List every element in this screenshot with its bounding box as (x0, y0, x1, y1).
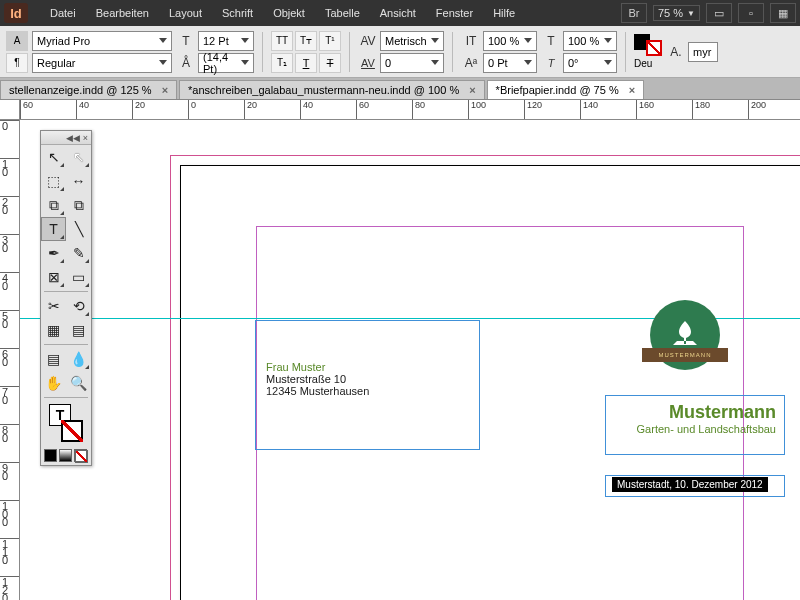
skew-icon: T (541, 53, 561, 73)
tools-panel-header[interactable]: ◀◀ × (41, 131, 91, 145)
line-tool[interactable]: ╲ (66, 217, 91, 241)
font-style-dropdown[interactable]: Regular (32, 53, 172, 73)
ruler-origin[interactable] (0, 100, 20, 120)
apply-none[interactable] (74, 449, 87, 462)
subscript-btn[interactable]: T₁ (271, 53, 293, 73)
date-text-selected[interactable]: Musterstadt, 10. Dezember 2012 (612, 477, 768, 492)
apply-color[interactable] (44, 449, 57, 462)
char-style-icon: A. (666, 42, 686, 62)
tab-doc-3[interactable]: *Briefpapier.indd @ 75 %× (487, 80, 645, 99)
tracking-input[interactable]: 0 (380, 53, 444, 73)
control-panel: A ¶ Myriad Pro Regular T12 Pt Å(14,4 Pt)… (0, 26, 800, 78)
pencil-tool[interactable]: ✎ (66, 241, 91, 265)
recipient-name: Frau Muster (266, 361, 469, 373)
logo-banner: MUSTERMANN (642, 348, 728, 362)
close-icon[interactable]: × (469, 84, 475, 96)
content-placer-tool[interactable]: ⧉ (66, 193, 91, 217)
close-icon[interactable]: × (629, 84, 635, 96)
eyedropper-tool[interactable]: 💧 (66, 347, 91, 371)
baseline-icon: Aª (461, 53, 481, 73)
font-family-dropdown[interactable]: Myriad Pro (32, 31, 172, 51)
rectangle-tool[interactable]: ▭ (66, 265, 91, 289)
free-transform-tool[interactable]: ⟲ (66, 294, 91, 318)
scissors-tool[interactable]: ✂ (41, 294, 66, 318)
company-name: Mustermann (614, 402, 776, 423)
gap-tool[interactable]: ↔ (66, 169, 91, 193)
superscript-btn[interactable]: T¹ (319, 31, 341, 51)
vscale-icon: IT (461, 31, 481, 51)
menu-view[interactable]: Ansicht (370, 7, 426, 19)
direct-selection-tool[interactable]: ↖ (66, 145, 91, 169)
page-tool[interactable]: ⬚ (41, 169, 66, 193)
menu-edit[interactable]: Bearbeiten (86, 7, 159, 19)
fill-stroke-swatch[interactable] (634, 34, 662, 56)
font-size-input[interactable]: 12 Pt (198, 31, 254, 51)
underline-btn[interactable]: T (295, 53, 317, 73)
logo-frame[interactable]: MUSTERMANN (650, 300, 720, 370)
app-logo: Id (4, 3, 28, 23)
vscale-input[interactable]: 100 % (483, 31, 537, 51)
arrange-icon[interactable]: ▦ (770, 3, 796, 23)
content-collector-tool[interactable]: ⧉ (41, 193, 66, 217)
zoom-level[interactable]: 75 %▼ (653, 5, 700, 21)
pen-tool[interactable]: ✒ (41, 241, 66, 265)
strikethrough-btn[interactable]: T (319, 53, 341, 73)
menu-window[interactable]: Fenster (426, 7, 483, 19)
color-mode-swatches[interactable] (41, 446, 91, 465)
tab-doc-2[interactable]: *anschreiben_galabau_mustermann-neu.indd… (179, 80, 485, 99)
gradient-feather-tool[interactable]: ▤ (66, 318, 91, 342)
recipient-city: 12345 Musterhausen (266, 385, 469, 397)
note-tool[interactable]: ▤ (41, 347, 66, 371)
hscale-icon: T (541, 31, 561, 51)
rectangle-frame-tool[interactable]: ⊠ (41, 265, 66, 289)
gradient-swatch-tool[interactable]: ▦ (41, 318, 66, 342)
menu-object[interactable]: Objekt (263, 7, 315, 19)
menu-help[interactable]: Hilfe (483, 7, 525, 19)
menubar: Id Datei Bearbeiten Layout Schrift Objek… (0, 0, 800, 26)
recipient-street: Musterstraße 10 (266, 373, 469, 385)
canvas-area[interactable]: Frau Muster Musterstraße 10 12345 Muster… (20, 120, 800, 600)
document-tabs: stellenanzeige.indd @ 125 %× *anschreibe… (0, 78, 800, 100)
baseline-input[interactable]: 0 Pt (483, 53, 537, 73)
style-search[interactable]: myr (688, 42, 718, 62)
menu-layout[interactable]: Layout (159, 7, 212, 19)
kerning-icon: AV (358, 31, 378, 51)
screen-mode-icon[interactable]: ▫ (738, 3, 764, 23)
tools-panel[interactable]: ◀◀ × ↖ ↖ ⬚ ↔ ⧉ ⧉ T ╲ ✒ ✎ ⊠ ▭ ✂ ⟲ ▦ ▤ ▤ (40, 130, 92, 466)
ruler-vertical[interactable]: 0102030405060708090100110120130 (0, 120, 20, 600)
logo-circle: MUSTERMANN (650, 300, 720, 370)
fill-stroke-toggle[interactable]: T (45, 404, 87, 442)
hscale-input[interactable]: 100 % (563, 31, 617, 51)
skew-input[interactable]: 0° (563, 53, 617, 73)
type-tool[interactable]: T (41, 217, 66, 241)
kerning-input[interactable]: Metrisch (380, 31, 444, 51)
text-frame-company[interactable]: Mustermann Garten- und Landschaftsbau (605, 395, 785, 455)
text-frame-address[interactable]: Frau Muster Musterstraße 10 12345 Muster… (255, 320, 480, 450)
company-tagline: Garten- und Landschaftsbau (614, 423, 776, 435)
tab-doc-1[interactable]: stellenanzeige.indd @ 125 %× (0, 80, 177, 99)
selection-tool[interactable]: ↖ (41, 145, 66, 169)
menu-file[interactable]: Datei (40, 7, 86, 19)
leading-input[interactable]: (14,4 Pt) (198, 53, 254, 73)
leading-icon: Å (176, 53, 196, 73)
ruler-horizontal[interactable]: 604020020406080100120140160180200 (20, 100, 800, 120)
hand-tool[interactable]: ✋ (41, 371, 66, 395)
menu-table[interactable]: Tabelle (315, 7, 370, 19)
view-options-icon[interactable]: ▭ (706, 3, 732, 23)
font-size-icon: T (176, 31, 196, 51)
menu-type[interactable]: Schrift (212, 7, 263, 19)
bridge-icon[interactable]: Br (621, 3, 647, 23)
tracking-icon: AV (358, 53, 378, 73)
char-format-mode[interactable]: A (6, 31, 28, 51)
para-format-mode[interactable]: ¶ (6, 53, 28, 73)
zoom-tool[interactable]: 🔍 (66, 371, 91, 395)
stroke-color[interactable] (61, 420, 83, 442)
apply-gradient[interactable] (59, 449, 72, 462)
close-icon[interactable]: × (162, 84, 168, 96)
all-caps-btn[interactable]: TT (271, 31, 293, 51)
small-caps-btn[interactable]: Tᴛ (295, 31, 317, 51)
language-dropdown[interactable]: Deu (634, 58, 662, 69)
workspace: 604020020406080100120140160180200 010203… (0, 100, 800, 600)
